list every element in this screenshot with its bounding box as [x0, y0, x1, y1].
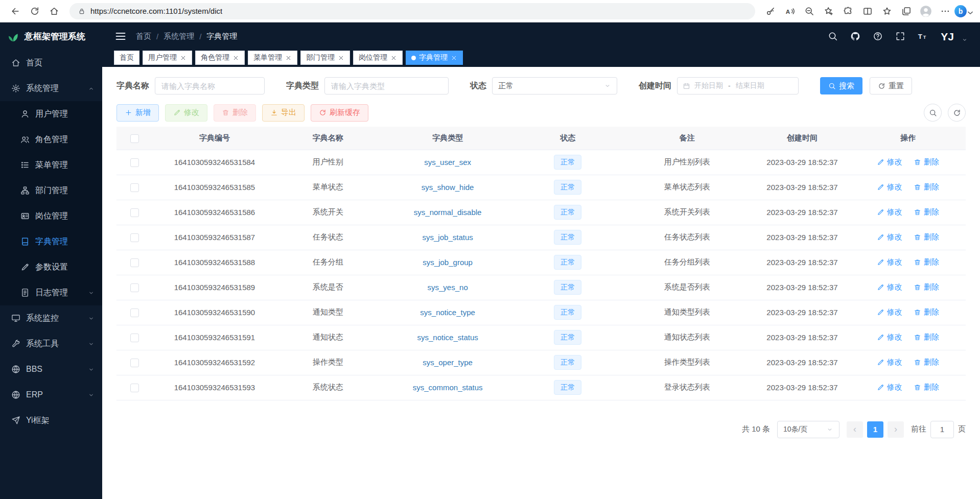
row-checkbox[interactable]: [130, 183, 139, 192]
tab-dept[interactable]: 部门管理: [300, 51, 350, 65]
tab-home[interactable]: 首页: [114, 51, 139, 65]
sidebar-item-role[interactable]: 角色管理: [0, 127, 102, 152]
close-icon[interactable]: [180, 55, 186, 61]
row-checkbox[interactable]: [130, 283, 139, 292]
export-button[interactable]: 导出: [262, 104, 305, 122]
font-size-icon[interactable]: TT: [918, 31, 928, 41]
sidebar-toggle-button[interactable]: [114, 30, 127, 42]
date-range-picker[interactable]: 开始日期 - 结束日期: [677, 77, 799, 94]
row-checkbox[interactable]: [130, 258, 139, 267]
sidebar-item-log[interactable]: 日志管理: [0, 280, 102, 305]
collections-button[interactable]: [897, 3, 916, 20]
row-delete-link[interactable]: 删除: [914, 307, 939, 317]
dict-type-link[interactable]: sys_user_sex: [424, 158, 471, 167]
row-checkbox[interactable]: [130, 359, 139, 367]
row-edit-link[interactable]: 修改: [877, 257, 902, 267]
status-select[interactable]: 正常: [492, 77, 617, 94]
row-edit-link[interactable]: 修改: [877, 383, 902, 392]
dict-type-link[interactable]: sys_show_hide: [422, 183, 474, 192]
dict-type-link[interactable]: sys_common_status: [413, 383, 483, 392]
breadcrumb-system[interactable]: 系统管理: [164, 32, 194, 41]
password-manager-button[interactable]: [761, 3, 780, 20]
tab-menu[interactable]: 菜单管理: [248, 51, 297, 65]
dict-type-input[interactable]: [324, 77, 449, 94]
row-delete-link[interactable]: 删除: [914, 332, 939, 342]
sidebar-item-bbs[interactable]: BBS: [0, 357, 102, 382]
extensions-button[interactable]: [839, 3, 857, 20]
row-checkbox[interactable]: [130, 158, 139, 167]
sidebar-item-post[interactable]: 岗位管理: [0, 203, 102, 229]
bing-chat-button[interactable]: b: [955, 3, 974, 20]
row-edit-link[interactable]: 修改: [877, 358, 902, 367]
tab-post[interactable]: 岗位管理: [353, 51, 403, 65]
row-edit-link[interactable]: 修改: [877, 157, 902, 167]
dict-type-link[interactable]: sys_notice_type: [420, 308, 475, 317]
fullscreen-icon[interactable]: [895, 31, 905, 41]
select-all-checkbox[interactable]: [130, 134, 139, 143]
sidebar-item-home[interactable]: 首页: [0, 50, 102, 76]
sidebar-item-yi[interactable]: Yi框架: [0, 408, 102, 433]
row-edit-link[interactable]: 修改: [877, 282, 902, 292]
sidebar-item-config[interactable]: 参数设置: [0, 254, 102, 280]
github-icon[interactable]: [850, 31, 860, 41]
tab-role[interactable]: 角色管理: [195, 51, 245, 65]
dict-type-link[interactable]: sys_normal_disable: [414, 208, 482, 217]
row-checkbox[interactable]: [130, 233, 139, 242]
browser-menu-button[interactable]: [936, 3, 954, 20]
profile-button[interactable]: [917, 3, 935, 20]
sidebar-item-dept[interactable]: 部门管理: [0, 178, 102, 203]
close-icon[interactable]: [232, 55, 239, 61]
page-1-button[interactable]: 1: [867, 421, 883, 438]
next-page-button[interactable]: ›: [888, 421, 904, 438]
row-checkbox[interactable]: [130, 308, 139, 317]
dict-name-input[interactable]: [155, 77, 265, 94]
close-icon[interactable]: [338, 55, 344, 61]
close-icon[interactable]: [285, 55, 292, 61]
row-delete-link[interactable]: 删除: [914, 182, 939, 192]
browser-back-button[interactable]: [6, 3, 25, 20]
dict-type-link[interactable]: sys_notice_status: [417, 333, 478, 342]
row-delete-link[interactable]: 删除: [914, 383, 939, 392]
user-avatar-menu[interactable]: YJ: [940, 29, 968, 43]
reset-button[interactable]: 重置: [870, 77, 912, 94]
row-edit-link[interactable]: 修改: [877, 207, 902, 217]
close-icon[interactable]: [451, 55, 457, 61]
sidebar-item-erp[interactable]: ERP: [0, 382, 102, 408]
search-button[interactable]: 搜索: [820, 77, 862, 94]
sidebar-item-tool[interactable]: 系统工具: [0, 331, 102, 357]
row-delete-link[interactable]: 删除: [914, 157, 939, 167]
zoom-button[interactable]: [800, 3, 819, 20]
row-edit-link[interactable]: 修改: [877, 182, 902, 192]
sidebar-item-user[interactable]: 用户管理: [0, 101, 102, 127]
browser-refresh-button[interactable]: [26, 3, 44, 20]
page-size-select[interactable]: 10条/页: [777, 421, 839, 438]
delete-button[interactable]: 删除: [214, 104, 256, 122]
toggle-search-button[interactable]: [924, 104, 942, 122]
row-delete-link[interactable]: 删除: [914, 232, 939, 242]
row-delete-link[interactable]: 删除: [914, 257, 939, 267]
tab-dict[interactable]: 字典管理: [406, 51, 463, 65]
row-edit-link[interactable]: 修改: [877, 332, 902, 342]
refresh-cache-button[interactable]: 刷新缓存: [311, 104, 368, 122]
add-button[interactable]: 新增: [116, 104, 159, 122]
dict-type-link[interactable]: sys_yes_no: [428, 283, 468, 292]
dict-type-link[interactable]: sys_job_group: [423, 258, 473, 267]
tab-user[interactable]: 用户管理: [143, 51, 192, 65]
sidebar-item-monitor[interactable]: 系统监控: [0, 305, 102, 331]
split-screen-button[interactable]: [858, 3, 877, 20]
row-checkbox[interactable]: [130, 334, 139, 342]
sidebar-item-dict[interactable]: 字典管理: [0, 229, 102, 254]
add-favorite-button[interactable]: [820, 3, 838, 20]
row-edit-link[interactable]: 修改: [877, 232, 902, 242]
row-delete-link[interactable]: 删除: [914, 358, 939, 367]
row-delete-link[interactable]: 删除: [914, 207, 939, 217]
breadcrumb-home[interactable]: 首页: [136, 32, 151, 41]
help-icon[interactable]: [873, 31, 883, 41]
row-checkbox[interactable]: [130, 384, 139, 392]
row-checkbox[interactable]: [130, 208, 139, 217]
address-bar[interactable]: https://ccnetcore.com:1101/system/dict: [69, 3, 755, 19]
dict-type-link[interactable]: sys_job_status: [423, 233, 473, 242]
edit-button[interactable]: 修改: [165, 104, 207, 122]
favorites-button[interactable]: [878, 3, 896, 20]
dict-type-link[interactable]: sys_oper_type: [423, 358, 473, 367]
